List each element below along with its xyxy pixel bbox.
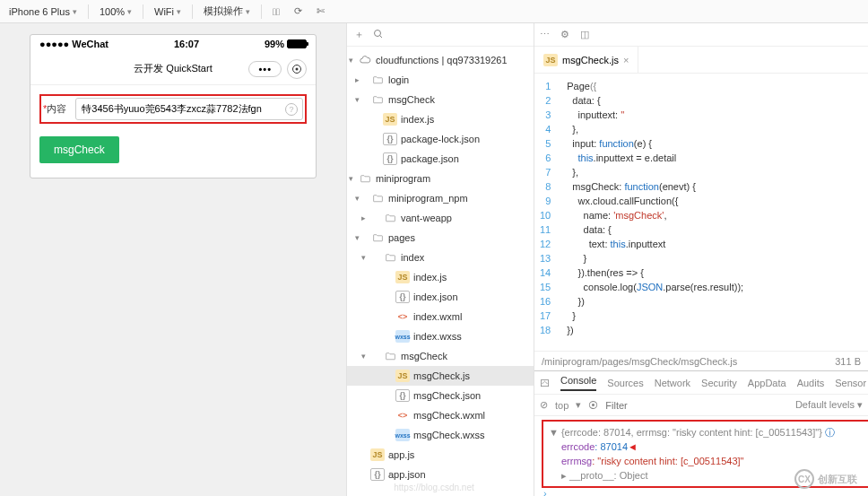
new-file-icon[interactable]: ＋	[354, 28, 364, 41]
mute-icon[interactable]: 🕨⃠	[267, 4, 285, 19]
capsule-menu-button[interactable]: •••	[248, 61, 282, 77]
tree-item[interactable]: ▾miniprogram_npm	[347, 188, 534, 208]
network-select[interactable]: WiFi	[149, 4, 187, 19]
tree-item[interactable]: JSindex.js	[347, 267, 534, 287]
watermark: https://blog.csdn.net	[394, 483, 474, 492]
tree-item[interactable]: {}package-lock.json	[347, 129, 534, 149]
editor-column: ⋯ ⚙ ◫ JS msgCheck.js × 12345678910111213…	[534, 23, 868, 496]
tree-item[interactable]: {}package.json	[347, 149, 534, 169]
editor-path-bar: /miniprogram/pages/msgCheck/msgCheck.js …	[534, 351, 868, 370]
tree-item[interactable]: wxssmsgCheck.wxss	[347, 425, 534, 445]
settings-icon[interactable]: ⚙	[560, 29, 569, 40]
carrier-label: ●●●●● WeChat	[39, 39, 108, 49]
content-field-row: *内容 特3456书yuuo莞6543李zxcz蒜7782法fgn ?	[39, 94, 307, 124]
editor-tab-msgcheck[interactable]: JS msgCheck.js ×	[534, 47, 638, 73]
js-file-icon: JS	[543, 54, 558, 66]
zoom-select[interactable]: 100%	[94, 4, 137, 19]
phone-frame: ●●●●● WeChat 16:07 99% 云开发 QuickStart ••…	[30, 34, 317, 178]
top-toolbar: iPhone 6 Plus 100% WiFi 模拟操作 🕨⃠ ⟳ ✄	[0, 0, 868, 23]
tree-item[interactable]: ▾pages	[347, 228, 534, 248]
tree-item[interactable]: ▾msgCheck	[347, 90, 534, 109]
devtools-tab[interactable]: Console	[560, 375, 596, 391]
msgcheck-button[interactable]: msgCheck	[39, 136, 119, 163]
close-tab-icon[interactable]: ×	[623, 55, 629, 65]
devtools-tab[interactable]: Security	[701, 378, 737, 388]
devtools-tab[interactable]: Sources	[607, 378, 643, 388]
phone-status-bar: ●●●●● WeChat 16:07 99%	[30, 35, 316, 53]
tree-toolbar: ＋	[347, 23, 534, 47]
svg-point-1	[296, 67, 299, 70]
tree-item[interactable]: ▸login	[347, 70, 534, 90]
tree-item[interactable]: {}app.json	[347, 465, 534, 484]
svg-point-2	[375, 30, 381, 36]
help-icon[interactable]: ?	[285, 103, 298, 116]
file-tree[interactable]: ▾cloudfunctions | qq973319261▸login▾msgC…	[347, 47, 534, 496]
console-filter-input[interactable]	[605, 400, 788, 411]
editor-toolbar: ⋯ ⚙ ◫	[534, 23, 868, 47]
tree-item[interactable]: ▸vant-weapp	[347, 208, 534, 228]
scope-select[interactable]: top	[555, 400, 569, 411]
mock-operation-select[interactable]: 模拟操作	[198, 3, 256, 20]
devtools-tab[interactable]: AppData	[748, 378, 786, 388]
devtools-tab[interactable]: Network	[655, 378, 690, 388]
clear-console-icon[interactable]: ⊘	[540, 399, 548, 411]
content-input[interactable]: 特3456书yuuo莞6543李zxcz蒜7782法fgn ?	[75, 98, 303, 120]
clock-label: 16:07	[174, 39, 199, 49]
devtools-tab[interactable]: Audits	[797, 378, 825, 388]
tree-item[interactable]: <>msgCheck.wxml	[347, 405, 534, 425]
svg-line-3	[380, 35, 383, 38]
tree-item[interactable]: JSindex.js	[347, 109, 534, 129]
tree-item[interactable]: ▾msgCheck	[347, 346, 534, 366]
levels-select[interactable]: Default levels ▾	[795, 399, 863, 411]
tree-item[interactable]: ▾index	[347, 248, 534, 267]
file-size: 311 B	[835, 356, 861, 367]
file-tree-column: ＋ ▾cloudfunctions | qq973319261▸login▾ms…	[346, 23, 534, 496]
device-select[interactable]: iPhone 6 Plus	[4, 4, 82, 19]
simulator-column: ●●●●● WeChat 16:07 99% 云开发 QuickStart ••…	[0, 23, 346, 496]
tree-item[interactable]: JSapp.js	[347, 445, 534, 465]
battery-percent: 99%	[265, 39, 284, 49]
brand-logo: CX 创新互联	[794, 469, 857, 489]
devtools-tabs: ⮹ ConsoleSourcesNetworkSecurityAppDataAu…	[534, 371, 868, 395]
tree-item[interactable]: <>index.wxml	[347, 307, 534, 326]
editor-tabs: JS msgCheck.js ×	[534, 47, 868, 74]
inspect-icon[interactable]: ⮹	[540, 378, 550, 388]
tree-item[interactable]: wxssindex.wxss	[347, 326, 534, 346]
file-path: /miniprogram/pages/msgCheck/msgCheck.js	[542, 356, 737, 367]
tree-item[interactable]: {}index.json	[347, 287, 534, 307]
search-icon[interactable]	[373, 29, 384, 41]
battery-icon	[287, 39, 307, 48]
tree-item[interactable]: ▾cloudfunctions | qq973319261	[347, 50, 534, 70]
cut-icon[interactable]: ✄	[311, 4, 330, 19]
capsule-close-button[interactable]	[287, 59, 307, 79]
nav-bar: 云开发 QuickStart •••	[30, 53, 316, 85]
page-title: 云开发 QuickStart	[134, 62, 212, 75]
tree-item[interactable]: {}msgCheck.json	[347, 386, 534, 405]
split-icon[interactable]: ◫	[580, 29, 589, 40]
tree-item[interactable]: ▾miniprogram	[347, 169, 534, 188]
devtools-tab[interactable]: Sensor	[835, 378, 866, 388]
content-label: *内容	[43, 102, 66, 116]
code-editor[interactable]: 123456789101112131415161718 Page({ data:…	[534, 74, 868, 351]
more-icon[interactable]: ⋯	[540, 29, 550, 40]
rotate-icon[interactable]: ⟳	[289, 4, 308, 19]
tree-item[interactable]: JSmsgCheck.js	[347, 366, 534, 386]
console-toolbar: ⊘ top ▾ ⦿ Default levels ▾	[534, 395, 868, 416]
